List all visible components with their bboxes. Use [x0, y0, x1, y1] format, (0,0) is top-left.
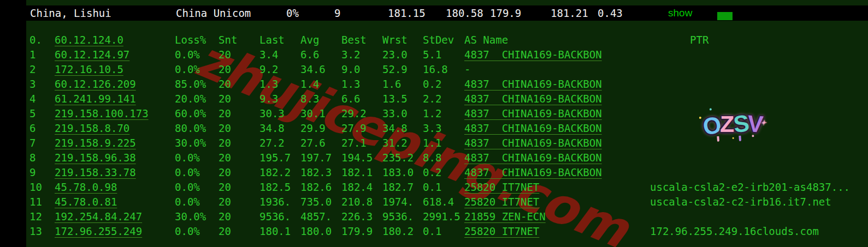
table-header-row: 0.60.12.124.0Loss%SntLastAvgBestWrstStDe… — [26, 33, 868, 47]
avg-cell: 6.6 — [300, 47, 341, 62]
loss-cell: 0.0% — [175, 62, 219, 77]
stdev-cell: 0.1 — [423, 224, 464, 239]
table-row: 8219.158.96.380.0%20195.7197.7194.5235.2… — [26, 150, 868, 165]
column-header-avg: Avg — [300, 33, 341, 47]
ip-link[interactable]: 172.96.255.249 — [55, 224, 175, 239]
asname-link[interactable]: 25820 IT7NET — [464, 195, 650, 209]
asname-link[interactable]: 4837 CHINA169-BACKBON — [464, 92, 650, 106]
avg-cell: 197.7 — [300, 150, 341, 165]
asname-link[interactable]: 25820 IT7NET — [464, 224, 650, 239]
summary-location: China, Lishui — [30, 5, 111, 21]
ip-link[interactable]: 60.12.124.97 — [55, 47, 175, 62]
avg-cell: 1.4 — [300, 77, 341, 92]
best-cell: 9.0 — [341, 62, 382, 77]
avg-cell: 182.6 — [300, 180, 341, 195]
avg-cell: 8.3 — [300, 92, 341, 106]
column-header-last: Last — [259, 33, 300, 47]
show-link[interactable]: show — [668, 5, 692, 21]
asname-link[interactable]: 25820 IT7NET — [464, 180, 650, 195]
ip-link[interactable]: 172.16.10.5 — [55, 62, 175, 77]
logo-letter: Z — [720, 110, 733, 138]
ip-link[interactable]: 219.158.100.173 — [55, 106, 175, 121]
asname-link[interactable]: 4837 CHINA169-BACKBON — [464, 47, 650, 62]
snt-cell: 20 — [219, 47, 259, 62]
loss-cell: 0.0% — [175, 150, 219, 165]
stdev-cell: 0.2 — [423, 165, 464, 180]
ip-link[interactable]: 219.158.96.38 — [55, 150, 175, 165]
snt-cell: 20 — [219, 195, 259, 209]
avg-cell: 4857. — [300, 209, 341, 224]
stdev-cell: 3.3 — [423, 121, 464, 136]
ozsv-logo: OZSV ✦ — [702, 108, 761, 142]
hop-cell: 11 — [29, 195, 55, 209]
asn-cell: - — [464, 62, 650, 77]
snt-cell: 20 — [219, 121, 259, 136]
asname-link[interactable]: 4837 CHINA169-BACKBON — [464, 165, 650, 180]
asname-link[interactable]: 4837 CHINA169-BACKBON — [464, 77, 650, 92]
confetti-dot-icon — [733, 137, 734, 139]
column-header-snt: Snt — [219, 33, 259, 47]
snt-cell: 20 — [219, 92, 259, 106]
asname-link[interactable]: 4837 CHINA169-BACKBON — [464, 121, 650, 136]
hop-cell: 4 — [29, 92, 55, 106]
avg-cell: 182.3 — [300, 165, 341, 180]
ip-link[interactable]: 60.12.126.209 — [55, 77, 175, 92]
ip-link[interactable]: 61.241.99.141 — [55, 92, 175, 106]
column-header-loss: Loss% — [175, 33, 219, 47]
logo-letter: O — [701, 110, 723, 141]
snt-cell: 20 — [219, 209, 259, 224]
snt-cell: 20 — [219, 77, 259, 92]
ip-link[interactable]: 219.158.9.225 — [55, 136, 175, 150]
hop-cell: 8 — [29, 150, 55, 165]
ip-link[interactable]: 219.158.33.78 — [55, 165, 175, 180]
last-cell: 195.7 — [259, 150, 300, 165]
stdev-cell: 5.1 — [423, 47, 464, 62]
asname-link[interactable]: 4837 CHINA169-BACKBON — [464, 136, 650, 150]
table-row: 9219.158.33.780.0%20182.2182.3182.1183.0… — [26, 165, 868, 180]
snt-cell: 20 — [219, 106, 259, 121]
last-cell: 30.3 — [259, 106, 300, 121]
asname-link[interactable]: 4837 CHINA169-BACKBON — [464, 150, 650, 165]
wrst-cell: 31.2 — [382, 136, 423, 150]
ip-link[interactable]: 219.158.8.70 — [55, 121, 175, 136]
best-cell: 179.9 — [341, 224, 382, 239]
table-row: 13172.96.255.2490.0%20180.1180.0179.9180… — [26, 224, 868, 239]
loss-cell: 0.0% — [175, 165, 219, 180]
stdev-cell: 1.2 — [423, 106, 464, 121]
column-header-hop: 0. — [29, 33, 55, 47]
table-row: 360.12.126.20985.0%201.31.41.31.60.24837… — [26, 77, 868, 92]
avg-cell: 30.1 — [300, 106, 341, 121]
best-cell: 3.2 — [341, 47, 382, 62]
avg-cell: 27.6 — [300, 136, 341, 150]
hop-cell: 2 — [29, 62, 55, 77]
loss-cell: 30.0% — [175, 136, 219, 150]
wrst-cell: 183.0 — [382, 165, 423, 180]
asname-link[interactable]: 21859 ZEN-ECN — [464, 209, 650, 224]
stdev-cell: 618.4 — [423, 195, 464, 209]
column-header-asn: AS Name — [464, 33, 650, 47]
ptr-cell: uscala-csla2-c2-irb16.it7.net — [650, 195, 868, 209]
snt-cell: 20 — [219, 180, 259, 195]
ip-link[interactable]: 192.254.84.247 — [55, 209, 175, 224]
best-cell: 27.1 — [341, 136, 382, 150]
wrst-cell: 34.8 — [382, 121, 423, 136]
loss-cell: 0.0% — [175, 180, 219, 195]
last-cell: 182.5 — [259, 180, 300, 195]
loss-cell: 60.0% — [175, 106, 219, 121]
last-cell: 9536. — [259, 209, 300, 224]
hop-cell: 5 — [29, 106, 55, 121]
ip-link[interactable]: 45.78.0.81 — [55, 195, 175, 209]
loss-cell: 20.0% — [175, 92, 219, 106]
ip-link[interactable]: 45.78.0.98 — [55, 180, 175, 195]
best-cell: 1.3 — [341, 77, 382, 92]
asname-link[interactable]: 4837 CHINA169-BACKBON — [464, 106, 650, 121]
wrst-cell: 23.0 — [382, 47, 423, 62]
stdev-cell: 1.1 — [423, 136, 464, 150]
table-row: 2172.16.10.50.0%209.234.69.052.916.8- — [26, 62, 868, 77]
summary-best: 179.9 — [490, 5, 521, 21]
stdev-cell: 8.8 — [423, 150, 464, 165]
hop-cell: 9 — [29, 165, 55, 180]
best-cell: 27.9 — [341, 121, 382, 136]
ip-link[interactable]: 60.12.124.0 — [55, 33, 175, 47]
loss-cell: 30.0% — [175, 209, 219, 224]
